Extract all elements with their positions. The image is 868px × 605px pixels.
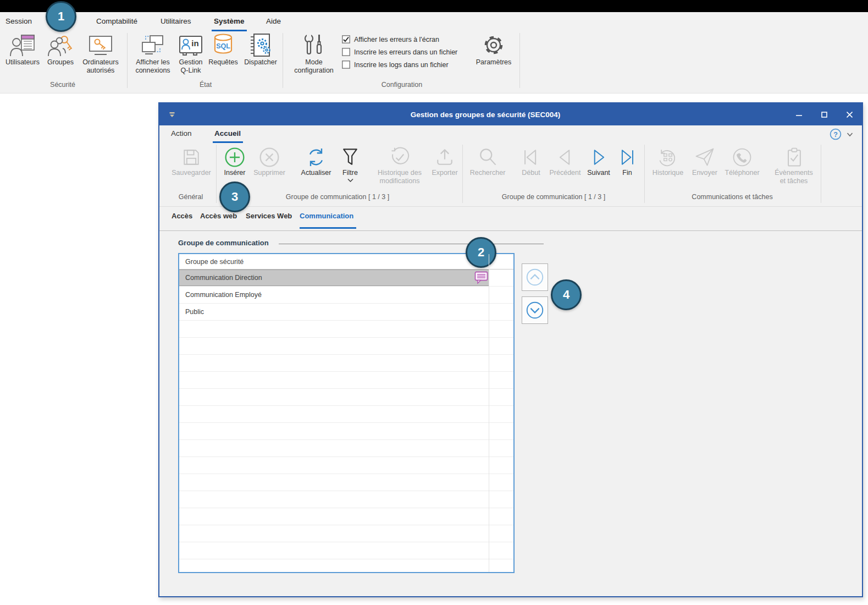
communications-history-button[interactable]: Historique bbox=[648, 146, 688, 177]
minimize-icon bbox=[796, 112, 802, 118]
filter-dropdown-chevron-icon[interactable] bbox=[347, 178, 353, 182]
empty-row bbox=[179, 542, 513, 559]
table-row-communication-employe[interactable]: Communication Employé bbox=[179, 287, 513, 304]
show-connections-button[interactable]: Afficher les connexions bbox=[131, 32, 175, 75]
empty-row bbox=[179, 321, 513, 338]
unchecked-checkbox-icon bbox=[342, 61, 350, 69]
section-title: Groupe de communication bbox=[178, 239, 269, 247]
export-button[interactable]: Exporter bbox=[430, 146, 460, 177]
search-button[interactable]: Rechercher bbox=[466, 146, 509, 177]
filter-button[interactable]: Filtre bbox=[336, 146, 364, 182]
checkbox-log-logs-file[interactable]: Inscrire les logs dans un fichier bbox=[342, 61, 449, 69]
save-label: Sauvegarder bbox=[172, 169, 211, 177]
menu-comptabilite[interactable]: Comptabilité bbox=[96, 17, 137, 25]
menu-session[interactable]: Session bbox=[5, 17, 32, 25]
communication-groups-table[interactable]: Groupe de sécurité Communication Directi… bbox=[178, 253, 515, 573]
qlink-label: Gestion Q-Link bbox=[179, 58, 202, 75]
row-label: Communication Direction bbox=[185, 274, 262, 282]
table-row-communication-direction[interactable]: Communication Direction bbox=[179, 270, 513, 287]
empty-row bbox=[179, 559, 513, 573]
table-row-public[interactable]: Public bbox=[179, 304, 513, 321]
dialog-title: Gestion des groupes de sécurité (SEC004) bbox=[185, 111, 786, 119]
send-button[interactable]: Envoyer bbox=[688, 146, 721, 177]
users-button[interactable]: Utilisateurs bbox=[3, 32, 42, 67]
callout-badge-1: 1 bbox=[46, 1, 76, 32]
config-mode-button[interactable]: Mode configuration bbox=[291, 32, 336, 75]
connections-icon bbox=[140, 34, 165, 57]
dispatcher-button[interactable]: Dispatcher bbox=[241, 32, 280, 67]
menu-utilitaires[interactable]: Utilitaires bbox=[161, 17, 191, 25]
menu-systeme[interactable]: Système bbox=[214, 17, 245, 25]
checkbox-log-errors-file[interactable]: Inscrire les erreurs dans un fichier bbox=[342, 48, 457, 56]
events-tasks-button[interactable]: Évènements et tâches bbox=[769, 146, 819, 185]
qlink-icon: in bbox=[178, 34, 203, 57]
phone-button[interactable]: Téléphoner bbox=[722, 146, 762, 177]
maximize-icon bbox=[821, 112, 827, 118]
comment-bubble-icon[interactable] bbox=[474, 271, 488, 284]
chevron-down-icon[interactable] bbox=[847, 132, 853, 137]
dispatcher-icon bbox=[248, 33, 273, 57]
delete-label: Supprimer bbox=[253, 169, 285, 177]
dialog-ribbon: Sauvegarder Insérer Supprimer bbox=[159, 144, 862, 207]
groups-button[interactable]: Groupes bbox=[43, 32, 78, 67]
move-down-button[interactable] bbox=[522, 296, 548, 324]
queries-button[interactable]: SQL Requêtes bbox=[207, 32, 240, 67]
queries-label: Requêtes bbox=[208, 58, 238, 67]
minimize-button[interactable] bbox=[786, 103, 811, 125]
callout-badge-2: 2 bbox=[466, 237, 496, 268]
communications-history-icon bbox=[657, 146, 679, 168]
empty-row bbox=[179, 457, 513, 474]
tab-action[interactable]: Action bbox=[171, 129, 192, 138]
empty-row bbox=[179, 491, 513, 508]
refresh-button[interactable]: Actualiser bbox=[297, 146, 335, 177]
maximize-button[interactable] bbox=[811, 103, 837, 125]
subtab-communication[interactable]: Communication bbox=[300, 212, 353, 220]
events-tasks-label: Évènements et tâches bbox=[775, 169, 812, 185]
first-record-button[interactable]: Début bbox=[516, 146, 546, 177]
next-record-button[interactable]: Suivant bbox=[584, 146, 613, 177]
group-label-comm-tasks: Communications et tâches bbox=[692, 193, 772, 201]
authorized-computers-label: Ordinateurs autorisés bbox=[82, 58, 118, 75]
callout-badge-4: 4 bbox=[551, 279, 582, 310]
dialog-subtabs: Accès Accès web Services Web Communicati… bbox=[159, 207, 862, 231]
subtab-acces[interactable]: Accès bbox=[172, 212, 192, 220]
save-button[interactable]: Sauvegarder bbox=[168, 146, 214, 177]
qlink-button[interactable]: in Gestion Q-Link bbox=[176, 32, 206, 75]
group-separator bbox=[519, 33, 520, 88]
delete-button[interactable]: Supprimer bbox=[251, 146, 288, 177]
group-separator bbox=[283, 33, 283, 88]
history-modifications-button[interactable]: Historique des modifications bbox=[369, 146, 430, 185]
checkbox-show-errors-label: Afficher les erreurs à l'écran bbox=[354, 36, 439, 43]
next-record-icon bbox=[588, 146, 610, 168]
svg-text:?: ? bbox=[833, 131, 838, 139]
insert-button[interactable]: Insérer bbox=[219, 146, 251, 177]
settings-button[interactable]: Paramètres bbox=[473, 32, 515, 67]
chevron-up-circle-icon bbox=[524, 267, 545, 288]
table-header-groupe-de-securite[interactable]: Groupe de sécurité bbox=[179, 254, 513, 270]
move-up-button[interactable] bbox=[522, 263, 548, 291]
export-label: Exporter bbox=[432, 169, 457, 177]
subtab-services-web[interactable]: Services Web bbox=[246, 212, 292, 220]
save-icon bbox=[180, 146, 202, 168]
previous-record-button[interactable]: Précédent bbox=[548, 146, 583, 177]
help-icon[interactable]: ? bbox=[830, 128, 842, 140]
last-record-label: Fin bbox=[622, 169, 632, 177]
dialog-title-bar[interactable]: Gestion des groupes de sécurité (SEC004) bbox=[159, 103, 862, 125]
window-title-bar bbox=[0, 0, 868, 12]
checkbox-show-errors[interactable]: Afficher les erreurs à l'écran bbox=[342, 35, 439, 43]
computer-key-icon bbox=[88, 34, 113, 57]
subtab-acces-web[interactable]: Accès web bbox=[200, 212, 237, 220]
section-divider bbox=[279, 244, 544, 244]
group-separator bbox=[821, 145, 821, 203]
close-button[interactable] bbox=[837, 103, 862, 125]
group-label-comm-group-2: Groupe de communication [ 1 / 3 ] bbox=[502, 193, 605, 201]
refresh-icon bbox=[305, 146, 327, 168]
communication-tab-content: Groupe de communication Groupe de sécuri… bbox=[159, 231, 862, 596]
menu-aide[interactable]: Aide bbox=[266, 17, 281, 25]
tab-accueil[interactable]: Accueil bbox=[214, 129, 241, 138]
empty-row bbox=[179, 389, 513, 406]
dispatcher-label: Dispatcher bbox=[244, 58, 277, 67]
authorized-computers-button[interactable]: Ordinateurs autorisés bbox=[79, 32, 122, 75]
last-record-button[interactable]: Fin bbox=[615, 146, 640, 177]
quick-access-toolbar-button[interactable] bbox=[159, 103, 185, 125]
